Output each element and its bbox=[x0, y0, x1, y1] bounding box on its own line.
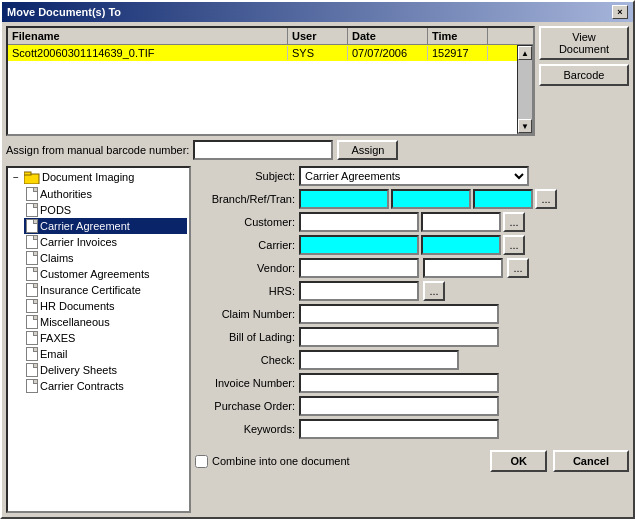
scroll-up-btn[interactable]: ▲ bbox=[518, 46, 532, 60]
ok-cancel-buttons: OK Cancel bbox=[490, 450, 629, 472]
main-area: − Document Imaging Authorities bbox=[6, 166, 629, 513]
keywords-row: Keywords: bbox=[195, 419, 629, 439]
customer-dots-button[interactable]: ... bbox=[503, 212, 525, 232]
tree-item-carrier-invoices[interactable]: Carrier Invoices bbox=[24, 234, 187, 250]
tree-item-pods[interactable]: PODS bbox=[24, 202, 187, 218]
tree-label-authorities: Authorities bbox=[40, 188, 92, 200]
check-input[interactable] bbox=[299, 350, 459, 370]
branch-inputs: ... bbox=[299, 189, 557, 209]
branch-dots-button[interactable]: ... bbox=[535, 189, 557, 209]
tree-label-carrier-invoices: Carrier Invoices bbox=[40, 236, 117, 248]
tree-label-carrier-agreement: Carrier Agreement bbox=[40, 220, 130, 232]
assign-button[interactable]: Assign bbox=[337, 140, 398, 160]
table-row[interactable]: Scott20060301114639_0.TIF SYS 07/07/2006… bbox=[8, 45, 517, 61]
doc-icon-miscellaneous bbox=[26, 315, 38, 329]
file-list-container: Filename User Date Time Scott20060301114… bbox=[6, 26, 535, 136]
subject-select[interactable]: Carrier Agreements bbox=[299, 166, 529, 186]
col-user-header: User bbox=[288, 28, 348, 44]
folder-icon bbox=[24, 170, 40, 184]
branch-input3[interactable] bbox=[473, 189, 533, 209]
folder-svg bbox=[24, 171, 40, 184]
ok-button[interactable]: OK bbox=[490, 450, 547, 472]
doc-icon-pods bbox=[26, 203, 38, 217]
vendor-input1[interactable] bbox=[299, 258, 419, 278]
keywords-label: Keywords: bbox=[195, 423, 295, 435]
carrier-input1[interactable] bbox=[299, 235, 419, 255]
purchase-order-row: Purchase Order: bbox=[195, 396, 629, 416]
tree-item-faxes[interactable]: FAXES bbox=[24, 330, 187, 346]
cell-date: 07/07/2006 bbox=[348, 46, 428, 60]
svg-rect-1 bbox=[24, 172, 31, 175]
file-list-header: Filename User Date Time bbox=[8, 28, 533, 45]
barcode-row: Assign from manual barcode number: Assig… bbox=[6, 140, 629, 160]
doc-icon-claims bbox=[26, 251, 38, 265]
tree-item-carrier-contracts[interactable]: Carrier Contracts bbox=[24, 378, 187, 394]
vendor-dots-button[interactable]: ... bbox=[507, 258, 529, 278]
tree-label-pods: PODS bbox=[40, 204, 71, 216]
customer-input2[interactable] bbox=[421, 212, 501, 232]
carrier-dots-button[interactable]: ... bbox=[503, 235, 525, 255]
doc-icon-customer-agreements bbox=[26, 267, 38, 281]
bill-of-lading-input[interactable] bbox=[299, 327, 499, 347]
tree-root-label[interactable]: Document Imaging bbox=[42, 171, 134, 183]
right-buttons: View Document Barcode bbox=[539, 26, 629, 136]
close-button[interactable]: × bbox=[612, 5, 628, 19]
scroll-down-btn[interactable]: ▼ bbox=[518, 119, 532, 133]
invoice-number-input[interactable] bbox=[299, 373, 499, 393]
col-filename-header: Filename bbox=[8, 28, 288, 44]
hrs-dots-button[interactable]: ... bbox=[423, 281, 445, 301]
barcode-input[interactable] bbox=[193, 140, 333, 160]
carrier-input2[interactable] bbox=[421, 235, 501, 255]
claim-number-input[interactable] bbox=[299, 304, 499, 324]
keywords-input[interactable] bbox=[299, 419, 499, 439]
file-list-body[interactable]: Scott20060301114639_0.TIF SYS 07/07/2006… bbox=[8, 45, 517, 131]
claim-number-label: Claim Number: bbox=[195, 308, 295, 320]
purchase-order-input[interactable] bbox=[299, 396, 499, 416]
customer-input1[interactable] bbox=[299, 212, 419, 232]
purchase-order-label: Purchase Order: bbox=[195, 400, 295, 412]
invoice-number-label: Invoice Number: bbox=[195, 377, 295, 389]
tree-panel[interactable]: − Document Imaging Authorities bbox=[6, 166, 191, 513]
tree-item-hr-documents[interactable]: HR Documents bbox=[24, 298, 187, 314]
title-bar-buttons: × bbox=[612, 5, 628, 19]
tree-label-miscellaneous: Miscellaneous bbox=[40, 316, 110, 328]
tree-label-carrier-contracts: Carrier Contracts bbox=[40, 380, 124, 392]
tree-item-miscellaneous[interactable]: Miscellaneous bbox=[24, 314, 187, 330]
tree-item-carrier-agreement[interactable]: Carrier Agreement bbox=[24, 218, 187, 234]
combine-checkbox-row: Combine into one document bbox=[195, 455, 350, 468]
carrier-row: Carrier: ... bbox=[195, 235, 629, 255]
bottom-bar: Combine into one document OK Cancel bbox=[195, 446, 629, 472]
tree-label-delivery-sheets: Delivery Sheets bbox=[40, 364, 117, 376]
doc-icon-delivery-sheets bbox=[26, 363, 38, 377]
tree-item-delivery-sheets[interactable]: Delivery Sheets bbox=[24, 362, 187, 378]
branch-input2[interactable] bbox=[391, 189, 471, 209]
branch-input1[interactable] bbox=[299, 189, 389, 209]
cancel-button[interactable]: Cancel bbox=[553, 450, 629, 472]
barcode-button[interactable]: Barcode bbox=[539, 64, 629, 86]
vendor-input2[interactable] bbox=[423, 258, 503, 278]
tree-item-customer-agreements[interactable]: Customer Agreements bbox=[24, 266, 187, 282]
tree-label-insurance-certificate: Insurance Certificate bbox=[40, 284, 141, 296]
doc-icon-insurance-certificate bbox=[26, 283, 38, 297]
subject-label: Subject: bbox=[195, 170, 295, 182]
tree-item-insurance-certificate[interactable]: Insurance Certificate bbox=[24, 282, 187, 298]
cell-filename: Scott20060301114639_0.TIF bbox=[8, 46, 288, 60]
tree-label-email: Email bbox=[40, 348, 68, 360]
tree-expand-icon[interactable]: − bbox=[10, 172, 22, 183]
view-document-button[interactable]: View Document bbox=[539, 26, 629, 60]
cell-user: SYS bbox=[288, 46, 348, 60]
tree-item-email[interactable]: Email bbox=[24, 346, 187, 362]
window-title: Move Document(s) To bbox=[7, 6, 121, 18]
file-list-scrollbar[interactable]: ▲ ▼ bbox=[517, 45, 533, 134]
tree-item-claims[interactable]: Claims bbox=[24, 250, 187, 266]
doc-icon-authorities bbox=[26, 187, 38, 201]
carrier-inputs: ... bbox=[299, 235, 525, 255]
main-window: Move Document(s) To × Filename User Date… bbox=[0, 0, 635, 519]
hrs-input[interactable] bbox=[299, 281, 419, 301]
bill-of-lading-row: Bill of Lading: bbox=[195, 327, 629, 347]
check-label: Check: bbox=[195, 354, 295, 366]
vendor-label: Vendor: bbox=[195, 262, 295, 274]
invoice-number-row: Invoice Number: bbox=[195, 373, 629, 393]
combine-checkbox[interactable] bbox=[195, 455, 208, 468]
tree-item-authorities[interactable]: Authorities bbox=[24, 186, 187, 202]
